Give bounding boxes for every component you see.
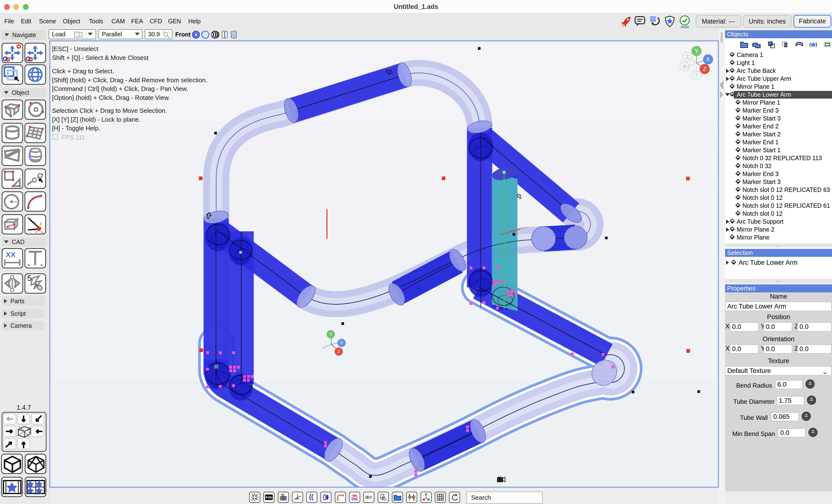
svg-text:G: G [366,496,369,499]
svg-text:Z: Z [703,66,707,72]
svg-text:XX: XX [6,251,16,258]
svg-text:Z: Z [338,349,340,354]
svg-text:Y: Y [695,48,698,54]
svg-text:Z: Z [423,499,424,501]
svg-text:X: X [706,56,710,62]
svg-text:X: X [683,64,686,70]
svg-text:X: X [340,340,343,345]
svg-text:Y: Y [425,494,427,496]
svg-text:Y: Y [695,73,698,78]
svg-text:Sh: Sh [268,496,272,499]
svg-text:5: 5 [27,274,32,283]
svg-text:Z: Z [686,54,689,60]
svg-text:Y: Y [329,332,332,337]
svg-text:X: X [428,499,429,501]
